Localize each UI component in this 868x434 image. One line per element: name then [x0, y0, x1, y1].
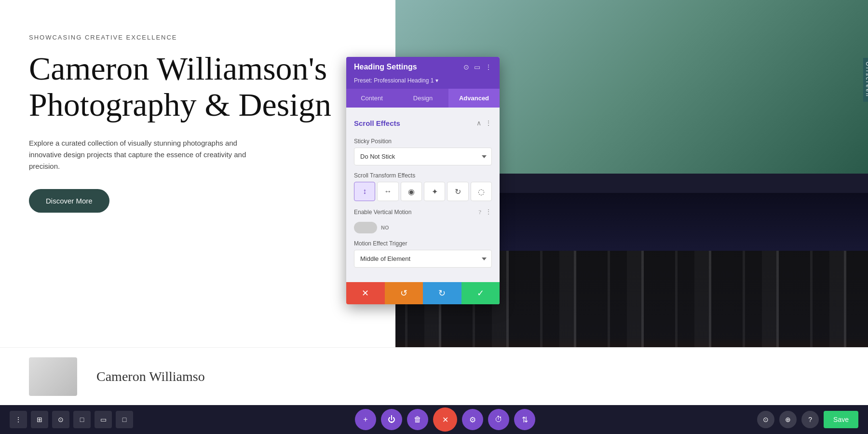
toolbar-left: ⋮ ⊞ ⊙ □ ▭ □: [10, 411, 133, 428]
transform-vertical-icon[interactable]: ↕: [354, 182, 375, 201]
panel-body: Scroll Effects ∧ ⋮ Sticky Position Do No…: [346, 108, 500, 282]
transform-scale-icon[interactable]: ◌: [471, 182, 492, 201]
transform-horizontal-icon[interactable]: ↔: [377, 182, 398, 201]
scroll-transform-field: Scroll Transform Effects ↕ ↔ ◉ ✦ ↻ ◌: [354, 172, 492, 201]
enable-vertical-motion-toggle[interactable]: [354, 222, 377, 233]
motion-trigger-select[interactable]: Middle of Element Top of Element Bottom …: [354, 250, 492, 268]
panel-tabs: Content Design Advanced: [346, 89, 500, 108]
panel-icon-more[interactable]: ⋮: [485, 63, 492, 71]
panel-icon-target[interactable]: ⊙: [463, 63, 469, 71]
collapse-icon[interactable]: ∧: [476, 119, 481, 127]
panel-footer: ✕ ↺ ↻ ✓: [346, 282, 500, 304]
sticky-position-select[interactable]: Do Not Stick Stick to Top Stick to Botto…: [354, 148, 492, 165]
toolbar-mobile-icon[interactable]: □: [116, 411, 133, 428]
cancel-button[interactable]: ✕: [346, 282, 385, 304]
preset-label: Preset: Professional Heading 1: [354, 77, 434, 84]
close-button[interactable]: ✕: [433, 407, 457, 432]
confirm-button[interactable]: ✓: [461, 282, 500, 304]
toggle-button[interactable]: ⏻: [381, 409, 402, 430]
bottom-toolbar: ⋮ ⊞ ⊙ □ ▭ □ + ⏻ 🗑 ✕ ⚙ ⏱ ⇅ ⊙ ⊕ ? Save: [0, 405, 868, 434]
motion-trigger-label: Motion Effect Trigger: [354, 240, 492, 247]
scroll-transform-label: Scroll Transform Effects: [354, 172, 492, 179]
settings-panel: Heading Settings ⊙ ▭ ⋮ Preset: Professio…: [346, 57, 500, 304]
bottom-thumbnail: [29, 357, 77, 396]
reset-button[interactable]: ↺: [385, 282, 423, 304]
toolbar-grid-icon[interactable]: ⊞: [31, 411, 48, 428]
enable-vertical-motion-toggle-row: NO: [354, 222, 492, 233]
panel-header: Heading Settings ⊙ ▭ ⋮: [346, 57, 500, 77]
scroll-effects-title: Scroll Effects: [354, 119, 400, 127]
redo-button[interactable]: ↻: [423, 282, 461, 304]
add-section-button[interactable]: +: [355, 409, 376, 430]
page-subtitle: SHOWCASING CREATIVE EXCELLENCE: [29, 34, 366, 41]
plus-icon-btn[interactable]: ⊕: [779, 411, 797, 428]
section-more-icon[interactable]: ⋮: [485, 119, 492, 127]
transform-blur-icon[interactable]: ✦: [424, 182, 445, 201]
toolbar-search-icon[interactable]: ⊙: [52, 411, 69, 428]
toolbar-tablet-icon[interactable]: ▭: [95, 411, 112, 428]
panel-icon-layout[interactable]: ▭: [474, 63, 480, 71]
page-description: Explore a curated collection of visually…: [29, 137, 270, 172]
toolbar-desktop-icon[interactable]: □: [73, 411, 91, 428]
scroll-effects-section-header: Scroll Effects ∧ ⋮: [354, 115, 492, 131]
toolbar-menu-icon[interactable]: ⋮: [10, 411, 27, 428]
preset-arrow: ▾: [435, 77, 438, 84]
toolbar-right: ⊙ ⊕ ? Save: [757, 411, 858, 428]
tab-content[interactable]: Content: [346, 89, 397, 108]
toggle-value-label: NO: [381, 225, 389, 231]
panel-title: Heading Settings: [354, 63, 417, 71]
tab-advanced[interactable]: Advanced: [448, 89, 500, 108]
sticky-position-label: Sticky Position: [354, 138, 492, 145]
enable-more-icon[interactable]: ⋮: [485, 208, 492, 216]
motion-trigger-field: Motion Effect Trigger Middle of Element …: [354, 240, 492, 274]
transform-rotate-icon[interactable]: ↻: [447, 182, 468, 201]
main-heading: Cameron Williamson's Photography & Desig…: [29, 51, 366, 123]
enable-vertical-motion-row: Enable Vertical Motion ? ⋮: [354, 208, 492, 216]
bottom-preview-strip: Cameron Williamso: [0, 347, 868, 405]
delete-button[interactable]: 🗑: [407, 409, 428, 430]
toolbar-center: + ⏻ 🗑 ✕ ⚙ ⏱ ⇅: [355, 407, 535, 432]
transform-icons-row: ↕ ↔ ◉ ✦ ↻ ◌: [354, 182, 492, 201]
settings-button[interactable]: ⚙: [462, 409, 483, 430]
transform-opacity-icon[interactable]: ◉: [401, 182, 422, 201]
section-header-icons: ∧ ⋮: [476, 119, 492, 127]
enable-vertical-motion-label: Enable Vertical Motion: [354, 209, 475, 216]
help-icon-btn[interactable]: ?: [801, 411, 819, 428]
reorder-button[interactable]: ⇅: [514, 409, 535, 430]
panel-preset: Preset: Professional Heading 1 ▾: [346, 77, 500, 89]
bottom-preview-heading: Cameron Williamso: [96, 369, 205, 384]
help-icon[interactable]: ?: [478, 208, 481, 216]
offscreen-label: Offscreen: [863, 58, 868, 102]
panel-header-icons: ⊙ ▭ ⋮: [463, 63, 492, 71]
sticky-position-field: Sticky Position Do Not Stick Stick to To…: [354, 138, 492, 172]
discover-more-button[interactable]: Discover More: [29, 189, 109, 213]
tab-design[interactable]: Design: [397, 89, 448, 108]
save-button[interactable]: Save: [824, 411, 858, 428]
history-button[interactable]: ⏱: [488, 409, 509, 430]
search-icon-btn[interactable]: ⊙: [757, 411, 774, 428]
